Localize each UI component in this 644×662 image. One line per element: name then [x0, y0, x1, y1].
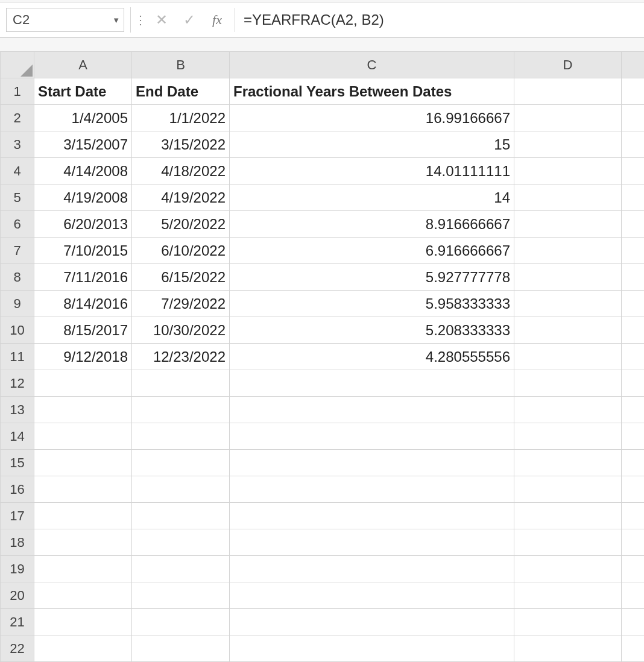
row-header-12[interactable]: 12 [1, 370, 34, 397]
cell-A2[interactable]: 1/4/2005 [34, 105, 132, 131]
row-header-16[interactable]: 16 [1, 476, 34, 503]
cell-A14[interactable] [34, 423, 132, 450]
cell-A6[interactable]: 6/20/2013 [34, 211, 132, 238]
cell-A17[interactable] [34, 503, 132, 529]
cell-C18[interactable] [230, 529, 514, 556]
cell-A1[interactable]: Start Date [34, 78, 132, 105]
cell-C7[interactable]: 6.916666667 [230, 238, 514, 264]
fx-label[interactable]: fx [203, 12, 231, 28]
cell-E12[interactable] [622, 370, 645, 397]
col-header-D[interactable]: D [514, 52, 622, 78]
cell-C4[interactable]: 14.01111111 [230, 158, 514, 184]
cell-A20[interactable] [34, 582, 132, 609]
cell-A12[interactable] [34, 370, 132, 397]
cell-C16[interactable] [230, 476, 514, 503]
cell-D14[interactable] [514, 423, 622, 450]
cell-D22[interactable] [514, 635, 622, 662]
cell-D11[interactable] [514, 344, 622, 370]
row-header-4[interactable]: 4 [1, 158, 34, 184]
cell-D5[interactable] [514, 184, 622, 211]
cell-C20[interactable] [230, 582, 514, 609]
cell-B21[interactable] [132, 609, 230, 635]
cell-B14[interactable] [132, 423, 230, 450]
enter-button[interactable]: ✓ [175, 11, 203, 28]
row-header-1[interactable]: 1 [1, 78, 34, 105]
cell-E15[interactable] [622, 450, 645, 476]
cell-C12[interactable] [230, 370, 514, 397]
cell-A18[interactable] [34, 529, 132, 556]
row-header-21[interactable]: 21 [1, 609, 34, 635]
cell-E5[interactable] [622, 184, 645, 211]
cell-C14[interactable] [230, 423, 514, 450]
cell-A5[interactable]: 4/19/2008 [34, 184, 132, 211]
cell-C1[interactable]: Fractional Years Between Dates [230, 78, 514, 105]
cell-E10[interactable] [622, 317, 645, 344]
cell-B11[interactable]: 12/23/2022 [132, 344, 230, 370]
row-header-6[interactable]: 6 [1, 211, 34, 238]
cell-D10[interactable] [514, 317, 622, 344]
cell-E21[interactable] [622, 609, 645, 635]
cell-C13[interactable] [230, 397, 514, 423]
cell-C9[interactable]: 5.958333333 [230, 291, 514, 317]
cell-B12[interactable] [132, 370, 230, 397]
cell-E18[interactable] [622, 529, 645, 556]
cell-D8[interactable] [514, 264, 622, 291]
cancel-button[interactable]: ✕ [148, 11, 175, 28]
cell-B4[interactable]: 4/18/2022 [132, 158, 230, 184]
cell-B15[interactable] [132, 450, 230, 476]
cell-D19[interactable] [514, 556, 622, 582]
cell-C21[interactable] [230, 609, 514, 635]
cell-E1[interactable] [622, 78, 645, 105]
cell-A3[interactable]: 3/15/2007 [34, 131, 132, 158]
row-header-7[interactable]: 7 [1, 238, 34, 264]
row-header-10[interactable]: 10 [1, 317, 34, 344]
cell-C22[interactable] [230, 635, 514, 662]
row-header-13[interactable]: 13 [1, 397, 34, 423]
cell-B8[interactable]: 6/15/2022 [132, 264, 230, 291]
row-header-18[interactable]: 18 [1, 529, 34, 556]
cell-A19[interactable] [34, 556, 132, 582]
cell-D6[interactable] [514, 211, 622, 238]
cell-D2[interactable] [514, 105, 622, 131]
cell-A21[interactable] [34, 609, 132, 635]
row-header-11[interactable]: 11 [1, 344, 34, 370]
cell-B10[interactable]: 10/30/2022 [132, 317, 230, 344]
cell-B6[interactable]: 5/20/2022 [132, 211, 230, 238]
cell-B17[interactable] [132, 503, 230, 529]
cell-B22[interactable] [132, 635, 230, 662]
cell-C3[interactable]: 15 [230, 131, 514, 158]
row-header-15[interactable]: 15 [1, 450, 34, 476]
cell-A16[interactable] [34, 476, 132, 503]
cell-D16[interactable] [514, 476, 622, 503]
row-header-19[interactable]: 19 [1, 556, 34, 582]
cell-A9[interactable]: 8/14/2016 [34, 291, 132, 317]
cell-B9[interactable]: 7/29/2022 [132, 291, 230, 317]
cell-E2[interactable] [622, 105, 645, 131]
cell-E13[interactable] [622, 397, 645, 423]
cell-A8[interactable]: 7/11/2016 [34, 264, 132, 291]
cell-C17[interactable] [230, 503, 514, 529]
cell-B18[interactable] [132, 529, 230, 556]
cell-E14[interactable] [622, 423, 645, 450]
cell-A15[interactable] [34, 450, 132, 476]
row-header-14[interactable]: 14 [1, 423, 34, 450]
name-box-dropdown-icon[interactable]: ▼ [112, 16, 120, 25]
cell-D15[interactable] [514, 450, 622, 476]
cell-D7[interactable] [514, 238, 622, 264]
cell-A10[interactable]: 8/15/2017 [34, 317, 132, 344]
cell-E9[interactable] [622, 291, 645, 317]
row-header-17[interactable]: 17 [1, 503, 34, 529]
cell-E3[interactable] [622, 131, 645, 158]
cell-C6[interactable]: 8.916666667 [230, 211, 514, 238]
col-header-A[interactable]: A [34, 52, 132, 78]
cell-E22[interactable] [622, 635, 645, 662]
row-header-22[interactable]: 22 [1, 635, 34, 662]
cell-D4[interactable] [514, 158, 622, 184]
cell-D13[interactable] [514, 397, 622, 423]
col-header-next[interactable] [622, 52, 645, 78]
cell-B1[interactable]: End Date [132, 78, 230, 105]
cell-A11[interactable]: 9/12/2018 [34, 344, 132, 370]
cell-D18[interactable] [514, 529, 622, 556]
cell-E17[interactable] [622, 503, 645, 529]
cell-C15[interactable] [230, 450, 514, 476]
